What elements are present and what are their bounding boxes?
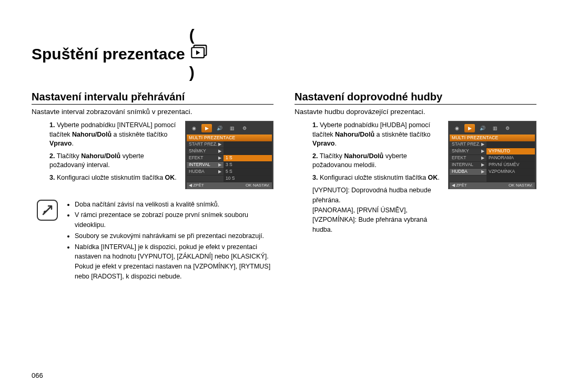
step: 3. Konfiguraci uložte stisknutím tlačítk… [312, 173, 443, 183]
menu-value [486, 141, 535, 148]
menu-item: SNÍMKY▶ [187, 148, 224, 155]
page-title: Spuštění prezentace ( ) [32, 26, 536, 81]
sound-icon: 🔊 [214, 124, 225, 132]
slideshow-icon: ( ) [189, 26, 209, 81]
step: 1. Vyberte podnabídku [HUDBA] pomocí tla… [312, 121, 443, 149]
mode-icon: ◉ [452, 124, 462, 132]
menu-title: MULTI PREZENTACE [450, 135, 535, 141]
menu-left-col: START PREZ.▶ SNÍMKY▶ EFEKT▶ INTERVAL▶ HU… [187, 141, 224, 182]
rule [32, 104, 273, 105]
menu-item: EFEKT▶ [450, 155, 486, 162]
menu-value: PANORAMA [486, 155, 535, 162]
menu-right-col: 1 S 3 S 5 S 10 S [224, 141, 272, 182]
intro-music: Nastavte hudbu doprovázející prezentaci. [295, 108, 536, 116]
menu-bottom-bar: ◀ ZPĚT OK NASTAV. [187, 182, 272, 189]
step: 3. Konfiguraci uložte stisknutím tlačítk… [49, 173, 180, 183]
step: 1. Vyberte podnabídku [INTERVAL] pomocí … [49, 121, 180, 149]
note-list: Doba načítání závisí na velikosti a kval… [65, 200, 273, 283]
note-item: V rámci prezentace se zobrazí pouze prvn… [75, 210, 273, 230]
camera-menu-interval: ◉ ▶ 🔊 ▥ ⚙ MULTI PREZENTACE START PREZ.▶ … [185, 121, 273, 189]
step: 2. Tlačítky Nahoru/Dolů vyberte požadova… [312, 152, 443, 170]
mode-icon: ◉ [189, 124, 199, 132]
menu-left-col: START PREZ.▶ SNÍMKY▶ EFEKT▶ INTERVAL▶ HU… [450, 141, 486, 182]
col-music: Nastavení doprovodné hudby Nastavte hudb… [295, 91, 536, 283]
note-item: Nabídka [INTERVAL] je k dispozici, pokud… [75, 242, 273, 282]
menu-item-blank [450, 176, 486, 182]
sound-icon: 🔊 [477, 124, 488, 132]
menu-value-active: 1 S [224, 155, 272, 162]
menu-value [224, 148, 272, 155]
menu-item: START PREZ.▶ [450, 141, 486, 148]
menu-item: START PREZ.▶ [187, 141, 224, 148]
text-col-right: 1. Vyberte podnabídku [HUDBA] pomocí tla… [295, 121, 443, 235]
menu-value: 5 S [224, 169, 272, 176]
heading-interval: Nastavení intervalu přehrávání [32, 91, 273, 103]
menu-title: MULTI PREZENTACE [187, 135, 272, 141]
page-number: 066 [32, 372, 43, 379]
note-item: Soubory se zvukovými nahrávkami se při p… [75, 231, 273, 241]
steps-music: 1. Vyberte podnabídku [HUDBA] pomocí tla… [295, 121, 443, 182]
note-item: Doba načítání závisí na velikosti a kval… [75, 200, 273, 210]
content-columns: Nastavení intervalu přehrávání Nastavte … [32, 91, 536, 283]
menu-right-col: VYPNUTO PANORAMA PRVNÍ ÚSMĚV VZPOMÍNKA [486, 141, 535, 182]
settings-icon: ⚙ [502, 124, 513, 132]
extra-line: [PANORAMA], [PRVNÍ ÚSMĚV], [VZPOMÍNKA]: … [312, 205, 443, 235]
steps-interval: 1. Vyberte podnabídku [INTERVAL] pomocí … [32, 121, 180, 185]
display-icon: ▥ [490, 124, 500, 132]
step: 2. Tlačítky Nahoru/Dolů vyberte požadova… [49, 152, 180, 170]
play-icon: ▶ [201, 124, 212, 132]
extra-line: [VYPNUTO]: Doprovodná hudba nebude přehr… [312, 185, 443, 205]
menu-body: START PREZ.▶ SNÍMKY▶ EFEKT▶ INTERVAL▶ HU… [187, 141, 272, 182]
body-row-right: 1. Vyberte podnabídku [HUDBA] pomocí tla… [295, 121, 536, 235]
menu-item-blank [187, 176, 224, 182]
menu-back: ◀ ZPĚT [189, 183, 204, 188]
menu-item-active: HUDBA▶ [450, 169, 486, 176]
menu-ok: OK NASTAV. [509, 183, 533, 188]
rule [295, 104, 536, 105]
display-icon: ▥ [227, 124, 237, 132]
col-interval: Nastavení intervalu přehrávání Nastavte … [32, 91, 273, 283]
menu-body: START PREZ.▶ SNÍMKY▶ EFEKT▶ INTERVAL▶ HU… [450, 141, 535, 182]
body-row-left: 1. Vyberte podnabídku [INTERVAL] pomocí … [32, 121, 273, 189]
menu-value [224, 141, 272, 148]
menu-value-blank [486, 176, 535, 182]
heading-music: Nastavení doprovodné hudby [295, 91, 536, 103]
menu-item: INTERVAL▶ [450, 162, 486, 169]
menu-ok: OK NASTAV. [246, 183, 270, 188]
menu-value: 3 S [224, 162, 272, 169]
menu-tab-icons: ◉ ▶ 🔊 ▥ ⚙ [187, 122, 272, 135]
menu-item-active: INTERVAL▶ [187, 162, 224, 169]
menu-item: SNÍMKY▶ [450, 148, 486, 155]
camera-menu-music: ◉ ▶ 🔊 ▥ ⚙ MULTI PREZENTACE START PREZ.▶ … [448, 121, 536, 189]
menu-value-active: VYPNUTO [486, 148, 535, 155]
menu-tab-icons: ◉ ▶ 🔊 ▥ ⚙ [450, 122, 535, 135]
page-title-text: Spuštění prezentace [32, 45, 185, 63]
menu-item: EFEKT▶ [187, 155, 224, 162]
note-block: Doba načítání závisí na velikosti a kval… [32, 200, 273, 283]
menu-value: 10 S [224, 176, 272, 182]
play-icon: ▶ [464, 124, 475, 132]
menu-back: ◀ ZPĚT [452, 183, 467, 188]
menu-bottom-bar: ◀ ZPĚT OK NASTAV. [450, 182, 535, 189]
settings-icon: ⚙ [239, 124, 250, 132]
extra-text: [VYPNUTO]: Doprovodná hudba nebude přehr… [295, 185, 443, 235]
menu-value: PRVNÍ ÚSMĚV [486, 162, 535, 169]
menu-item: HUDBA▶ [187, 169, 224, 176]
menu-value: VZPOMÍNKA [486, 169, 535, 176]
note-icon [37, 200, 58, 221]
intro-interval: Nastavte interval zobrazování snímků v p… [32, 108, 273, 116]
